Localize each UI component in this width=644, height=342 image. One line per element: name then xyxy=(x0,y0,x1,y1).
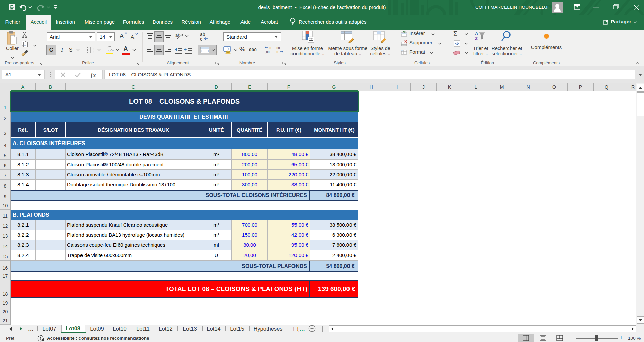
svg-text:,00: ,00 xyxy=(276,46,280,50)
svg-text:ab: ab xyxy=(175,32,181,38)
svg-text:fx: fx xyxy=(91,71,96,78)
svg-text:c: c xyxy=(200,36,202,41)
svg-text:,0: ,0 xyxy=(276,50,278,54)
svg-text:,0: ,0 xyxy=(269,46,271,50)
svg-text:,00: ,00 xyxy=(265,50,270,54)
svg-text:A: A xyxy=(475,31,478,36)
svg-text:Z: Z xyxy=(475,36,478,41)
